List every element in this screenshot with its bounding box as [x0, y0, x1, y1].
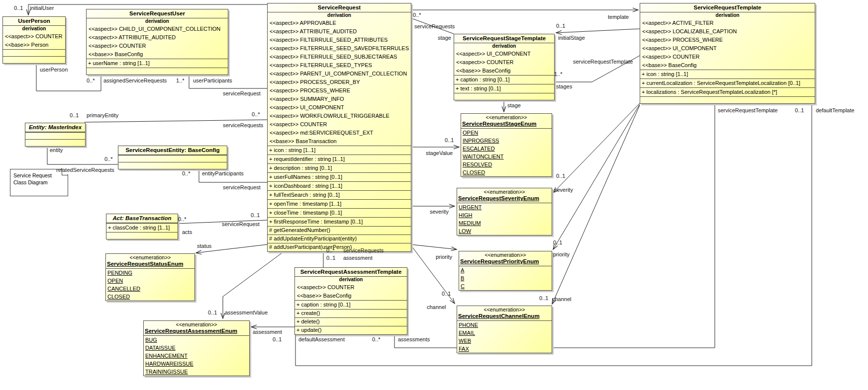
attribute-row: + openTime : timestamp [1..1]	[268, 200, 411, 209]
operation-row: + delete()	[295, 318, 407, 326]
association-label: channel	[552, 296, 572, 302]
association-label: serviceRequests	[223, 122, 263, 128]
enum-ServiceRequestStageEnum[interactable]: <<enumeration>>ServiceRequestStageEnumOP…	[461, 113, 552, 177]
class-ServiceRequestUser[interactable]: ServiceRequestUserderivation<<aspect>> C…	[86, 9, 228, 75]
connector-assessment-value[interactable]	[223, 244, 293, 318]
enum-title: ServiceRequestPriorityEnum	[459, 258, 552, 266]
class-derivation-label: derivation	[268, 12, 411, 19]
attribute-row: + text : string [0..1]	[454, 84, 554, 93]
enum-value-row: LOW	[457, 227, 552, 235]
stereotype-row: <<base>> Person	[3, 41, 65, 49]
association-label: acts	[182, 229, 192, 235]
enum-value-row: OPEN	[106, 277, 194, 285]
connector-initial-stage[interactable]	[556, 29, 640, 33]
enum-title: ServiceRequestSeverityEnum	[457, 195, 552, 203]
enum-ServiceRequestPriorityEnum[interactable]: <<enumeration>>ServiceRequestPriorityEnu…	[459, 251, 552, 291]
enum-value-row: HARDWAREISSUE	[144, 360, 249, 368]
class-title: ServiceRequest	[268, 3, 411, 12]
connector-priority-template[interactable]	[553, 104, 640, 249]
enum-value-row: WAITONCLIENT	[461, 153, 552, 160]
enumeration-stereotype-label: <<enumeration>>	[457, 306, 552, 312]
stereotype-row: <<aspect>> COUNTER	[454, 58, 554, 67]
class-derivation-label: derivation	[87, 18, 228, 25]
attribute-row: + icon : string [1..1]	[640, 70, 815, 79]
operation-row: + create()	[295, 310, 407, 318]
association-label: serviceRequest	[222, 221, 260, 227]
note-service-request-class-diagram[interactable]: Service RequestClass Diagram	[10, 169, 68, 196]
class-ServiceRequestEntity-BaseConfig[interactable]: ServiceRequestEntity: BaseConfig	[118, 146, 227, 169]
stereotype-row: <<aspect>> FILTERRULE_SEED_SAVEDFILTERRU…	[268, 44, 411, 53]
connector-severity-template[interactable]	[553, 103, 640, 193]
association-label: 0..1	[553, 239, 562, 245]
association-label: status	[197, 243, 211, 249]
attribute-row: + classCode : string [1..1]	[106, 224, 178, 232]
association-label: serviceRequest	[223, 184, 261, 190]
enumeration-stereotype-label: <<enumeration>>	[457, 188, 552, 195]
association-label: severity	[430, 209, 449, 215]
enum-ServiceRequestAssessmentEnum[interactable]: <<enumeration>>ServiceRequestAssessmentE…	[143, 320, 250, 376]
stereotype-row: <<base>> BaseConfig	[295, 292, 407, 300]
association-label: assignedServiceRequests	[103, 78, 167, 83]
class-derivation-label: derivation	[3, 26, 65, 32]
association-label: 1..*	[554, 71, 563, 77]
class-Act-BaseTransaction[interactable]: Act: BaseTransaction+ classCode : string…	[106, 214, 178, 239]
association-label: channel	[427, 304, 446, 310]
stereotype-row: <<aspect>> ATTRIBUTE_AUDITED	[87, 33, 228, 42]
association-label: 0..1	[70, 112, 79, 118]
attribute-row: + caption : string [0..1]	[454, 76, 554, 84]
stereotype-row: <<aspect>> ACTIVE_FILTER	[640, 19, 815, 27]
empty-compartment	[3, 49, 65, 56]
empty-compartment	[454, 93, 554, 100]
stereotype-row: <<aspect>> COUNTER	[640, 53, 815, 61]
class-UserPerson[interactable]: UserPersonderivation<<aspect>> COUNTER<<…	[2, 16, 66, 64]
attributes-compartment: + userName : string [1..1]	[87, 59, 228, 68]
operation-row: # getGeneratedNumber()	[268, 227, 411, 235]
enum-value-row: CLOSED	[461, 168, 552, 176]
enumeration-stereotype-label: <<enumeration>>	[461, 114, 552, 120]
stereotype-row: <<aspect>> PARENT_UI_COMPONENT_COLLECTIO…	[268, 70, 411, 78]
association-label: userParticipants	[193, 78, 232, 83]
association-label: entityParticipants	[202, 170, 244, 176]
attributes-compartment: + classCode : string [1..1]	[106, 223, 178, 232]
enum-value-row: PENDING	[106, 269, 194, 277]
attributes-compartment: + caption : string [0..1]	[295, 300, 407, 309]
enum-value-row: HIGH	[457, 211, 552, 219]
stereotype-row: <<aspect>> UI_COMPONENT	[454, 50, 554, 58]
association-label: 0..*	[182, 170, 191, 176]
enum-ServiceRequestSeverityEnum[interactable]: <<enumeration>>ServiceRequestSeverityEnu…	[457, 188, 552, 235]
enum-value-row: BUG	[144, 336, 249, 344]
attributes-compartment: + icon : string [1..1]+ currentLocalizat…	[640, 70, 815, 96]
stereotype-row: <<aspect>> COUNTER	[3, 32, 65, 41]
operations-compartment: + create()+ delete()+ update()	[295, 309, 407, 334]
empty-compartment	[118, 162, 227, 169]
stereotype-row: <<aspect>> ATTRIBUTE_AUDITED	[268, 27, 411, 36]
class-Entity-MasterIndex[interactable]: Entity: MasterIndex	[25, 123, 86, 147]
class-ServiceRequestTemplate[interactable]: ServiceRequestTemplatederivation<<aspect…	[640, 3, 815, 104]
association-label: 0..*	[252, 111, 260, 117]
association-label: 0..*	[87, 78, 95, 83]
enum-value-row: ESCALATED	[461, 145, 552, 153]
connector-assessments-bottom[interactable]	[394, 100, 715, 348]
stereotype-row: <<aspect>> COUNTER	[87, 42, 228, 50]
association-label: defaultAssessment	[298, 336, 345, 342]
attribute-row: + requestIdentifier : string [1..1]	[268, 155, 411, 164]
association-label: 0..1	[251, 212, 260, 218]
connector-channel-template[interactable]	[552, 105, 640, 304]
stereotype-row: <<aspect>> UI_COMPONENT	[268, 103, 411, 112]
class-ServiceRequestStageTemplate[interactable]: ServiceRequestStageTemplatederivation<<a…	[454, 34, 555, 100]
note-line: Service Request	[13, 172, 65, 179]
enum-ServiceRequestChannelEnum[interactable]: <<enumeration>>ServiceRequestChannelEnum…	[457, 306, 552, 353]
connector-priority-sr[interactable]	[410, 244, 457, 249]
association-label: 0..*	[372, 336, 381, 342]
class-ServiceRequestAssessmentTemplate[interactable]: ServiceRequestAssessmentTemplatederivati…	[294, 267, 407, 335]
stereotype-row: <<aspect>> LOCALIZABLE_CAPTION	[640, 27, 815, 36]
enum-title: ServiceRequestStageEnum	[461, 120, 552, 129]
enum-value-row: EMAIL	[457, 329, 552, 337]
class-ServiceRequest[interactable]: ServiceRequestderivation<<aspect>> APPRO…	[267, 3, 411, 252]
attributes-compartment: + caption : string [0..1]+ text : string…	[454, 75, 554, 93]
enum-ServiceRequestStatusEnum[interactable]: <<enumeration>>ServiceRequestStatusEnumP…	[105, 253, 195, 301]
association-label: severity	[554, 187, 573, 193]
stereotype-row: <<aspect>> UI_COMPONENT	[640, 44, 815, 53]
attribute-row: + icon : string [1..1]	[268, 146, 411, 155]
association-label: initialStage	[558, 35, 585, 41]
